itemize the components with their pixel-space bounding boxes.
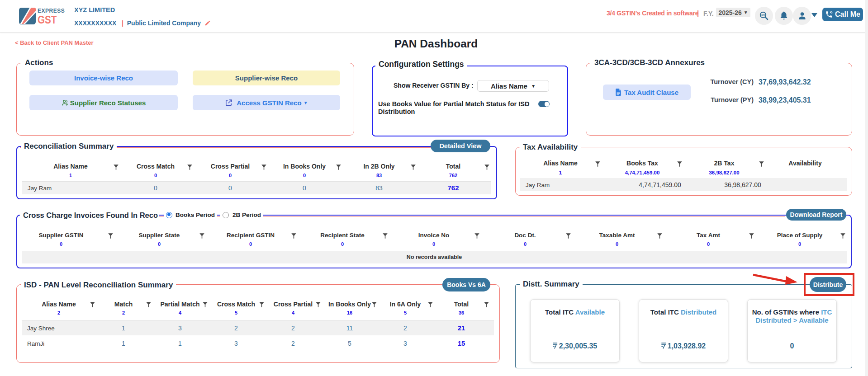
svg-text:GSTIN: GSTIN <box>760 14 766 16</box>
